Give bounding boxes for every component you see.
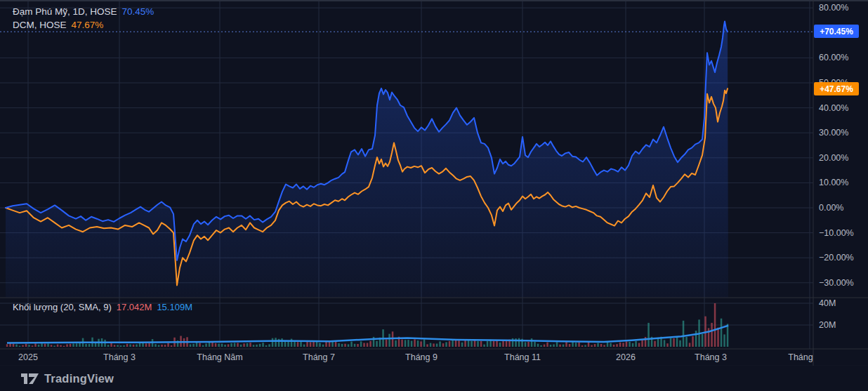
price-scale-label[interactable]: 40.00% [819,103,848,113]
last-price-badge-compare[interactable]: +47.67% [814,82,859,95]
volume-bar [13,344,15,347]
volume-bar [199,343,201,347]
volume-bar [192,344,195,347]
volume-bar [202,345,204,347]
volume-bar [584,345,586,347]
volume-bar [581,345,584,347]
volume-bar [230,343,232,347]
volume-bar [325,342,327,347]
volume-bar [136,345,138,347]
volume-bar [591,345,593,347]
tradingview-attribution[interactable]: TradingView [21,372,114,385]
volume-bar [142,343,144,347]
volume-bar [727,324,729,347]
time-axis-label[interactable]: Tháng 9 [405,352,438,362]
volume-bar [148,343,150,347]
volume-bar [477,341,479,347]
price-scale-label[interactable]: 20.00% [819,153,848,163]
volume-bar [426,344,428,347]
volume-bar [32,345,34,347]
volume-bar [638,343,640,347]
time-axis-label[interactable]: 2026 [616,352,636,362]
volume-bar [616,344,618,347]
price-scale-label[interactable]: 0.00% [819,203,843,213]
volume-bar [369,341,371,347]
volume-bar [253,345,255,347]
volume-bar [41,343,43,347]
volume-bar [544,345,546,347]
volume-bar [53,346,55,347]
time-axis-label[interactable]: Tháng 3 [103,352,136,362]
volume-bar [249,343,251,347]
volume-bar [632,343,634,347]
price-scale-label[interactable]: 80.00% [819,3,848,13]
volume-bar [607,342,609,347]
volume-bar [619,343,622,347]
volume-bar [19,346,21,347]
volume-bar [654,341,656,347]
legend-row-main-series[interactable]: Đạm Phú Mỹ, 1D, HOSE70.45% [13,5,154,18]
volume-bar [348,344,350,347]
volume-bar [395,340,397,347]
volume-bar [436,344,438,347]
volume-bar [350,342,353,347]
volume-bar [464,340,466,347]
volume-bar [702,334,704,347]
volume-bar [38,345,40,347]
time-axis-label[interactable]: Tháng 7 [303,352,335,362]
volume-bar [215,343,217,347]
volume-bar [360,341,362,347]
volume-bar [133,345,135,347]
volume-bar [154,344,157,347]
volume-bar [338,343,340,347]
price-scale-label[interactable]: −30.00% [819,278,854,288]
volume-bar [493,341,495,347]
volume-bar [487,341,489,347]
volume-bar [234,343,236,347]
volume-bar [537,344,539,347]
main-series-title: Đạm Phú Mỹ, 1D, HOSE [13,6,117,17]
volume-bar [240,345,242,347]
price-scale-label[interactable]: 10.00% [819,178,848,187]
volume-bar [594,344,596,347]
volume-value: 17.042M [117,302,152,312]
volume-bar [224,345,226,347]
time-axis-label[interactable]: 2025 [18,352,38,362]
volume-bar [107,345,110,347]
time-axis-label[interactable]: Tháng Năm [197,352,242,362]
volume-bar [129,345,131,347]
time-axis-label[interactable]: Tháng 11 [504,352,541,362]
price-scale-label[interactable]: 30.00% [819,128,848,138]
volume-bar [483,345,485,347]
price-scale-label[interactable]: −20.00% [819,253,854,263]
volume-bar [196,343,198,347]
volume-bar [272,338,274,347]
legend-row-compare-series[interactable]: DCM, HOSE47.67% [13,18,154,32]
volume-bar [439,341,441,347]
volume-bar [205,343,207,347]
volume-bar [442,343,445,347]
volume-scale-label[interactable]: 40M [819,298,836,308]
volume-bar [556,342,558,347]
volume-bar [70,344,72,347]
volume-bar [117,345,119,347]
volume-scale-label[interactable]: 20M [819,320,836,330]
price-scale-label[interactable]: −10.00% [819,228,854,238]
volume-bar [291,339,293,347]
volume-bar [63,346,65,347]
price-scale-label[interactable]: 60.00% [819,53,848,62]
volume-bar [683,321,685,347]
volume-bar [164,345,166,347]
time-axis-label[interactable]: Tháng 3 [695,352,727,362]
last-price-badge-main[interactable]: +70.45% [814,25,859,38]
volume-bar [445,342,447,347]
volume-bar [209,342,211,347]
volume-bar [211,342,213,347]
volume-bar [237,343,239,347]
volume-bar [430,343,432,347]
volume-bar [550,345,552,347]
volume-bar [123,345,125,347]
volume-bar [420,341,422,347]
time-axis-label[interactable]: Tháng [788,352,813,362]
volume-study-legend[interactable]: Khối lượng (20, SMA, 9)17.042M15.109M [13,302,192,312]
